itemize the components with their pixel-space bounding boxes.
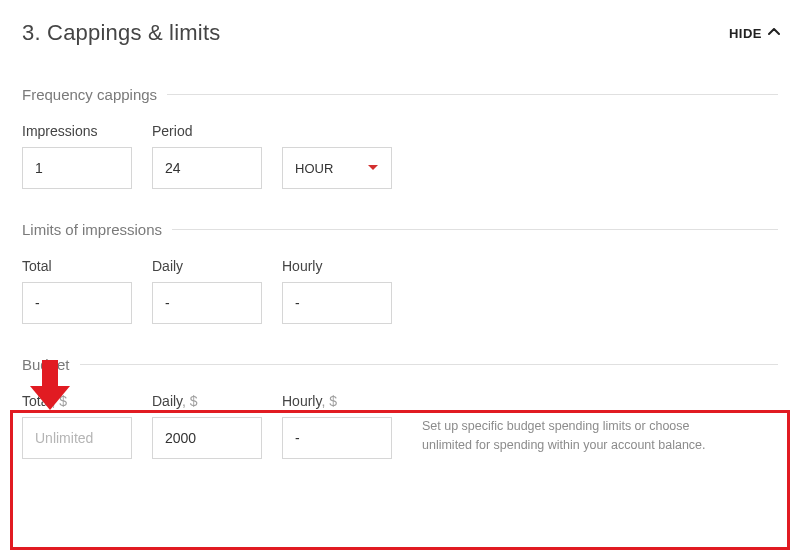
budget-heading-row: Budget bbox=[22, 356, 778, 373]
budget-daily-input[interactable] bbox=[152, 417, 262, 459]
limits-total-field: Total bbox=[22, 258, 132, 324]
budget-hourly-unit: , $ bbox=[321, 393, 337, 409]
limits-fields: Total Daily Hourly bbox=[22, 258, 778, 324]
budget-fields: Total, $ Daily, $ Hourly, $ Set up speci… bbox=[22, 393, 778, 459]
budget-daily-label-text: Daily bbox=[152, 393, 182, 409]
divider bbox=[167, 94, 778, 95]
budget-total-input[interactable] bbox=[22, 417, 132, 459]
caret-down-icon bbox=[367, 164, 379, 172]
hide-toggle[interactable]: HIDE bbox=[729, 26, 778, 41]
limits-hourly-label: Hourly bbox=[282, 258, 392, 274]
budget-helper-text: Set up specific budget spending limits o… bbox=[412, 393, 742, 455]
budget-hourly-input[interactable] bbox=[282, 417, 392, 459]
limits-heading-row: Limits of impressions bbox=[22, 221, 778, 238]
frequency-fields: Impressions Period HOUR bbox=[22, 123, 778, 189]
section-header: 3. Cappings & limits HIDE bbox=[22, 20, 778, 46]
limits-section: Limits of impressions Total Daily Hourly bbox=[22, 221, 778, 324]
period-input[interactable] bbox=[152, 147, 262, 189]
impressions-label: Impressions bbox=[22, 123, 132, 139]
frequency-heading: Frequency cappings bbox=[22, 86, 167, 103]
limits-daily-input[interactable] bbox=[152, 282, 262, 324]
limits-hourly-field: Hourly bbox=[282, 258, 392, 324]
svg-rect-0 bbox=[42, 360, 58, 386]
limits-daily-label: Daily bbox=[152, 258, 262, 274]
budget-daily-unit: , $ bbox=[182, 393, 198, 409]
section-title: 3. Cappings & limits bbox=[22, 20, 220, 46]
frequency-heading-row: Frequency cappings bbox=[22, 86, 778, 103]
period-label: Period bbox=[152, 123, 262, 139]
hide-label: HIDE bbox=[729, 26, 762, 41]
divider bbox=[80, 364, 778, 365]
period-unit-value: HOUR bbox=[295, 161, 333, 176]
budget-hourly-label-text: Hourly bbox=[282, 393, 321, 409]
budget-hourly-label: Hourly, $ bbox=[282, 393, 392, 409]
annotation-arrow-icon bbox=[28, 360, 72, 412]
period-unit-spacer bbox=[282, 123, 392, 139]
divider bbox=[172, 229, 778, 230]
period-unit-field: HOUR bbox=[282, 123, 392, 189]
impressions-input[interactable] bbox=[22, 147, 132, 189]
budget-daily-label: Daily, $ bbox=[152, 393, 262, 409]
budget-section: Budget Total, $ Daily, $ Hourly, $ Set u… bbox=[22, 356, 778, 459]
limits-daily-field: Daily bbox=[152, 258, 262, 324]
period-field: Period bbox=[152, 123, 262, 189]
frequency-cappings-section: Frequency cappings Impressions Period HO… bbox=[22, 86, 778, 189]
limits-total-label: Total bbox=[22, 258, 132, 274]
period-unit-select[interactable]: HOUR bbox=[282, 147, 392, 189]
limits-heading: Limits of impressions bbox=[22, 221, 172, 238]
limits-hourly-input[interactable] bbox=[282, 282, 392, 324]
chevron-up-icon bbox=[768, 28, 778, 38]
limits-total-input[interactable] bbox=[22, 282, 132, 324]
budget-daily-field: Daily, $ bbox=[152, 393, 262, 459]
budget-hourly-field: Hourly, $ bbox=[282, 393, 392, 459]
impressions-field: Impressions bbox=[22, 123, 132, 189]
